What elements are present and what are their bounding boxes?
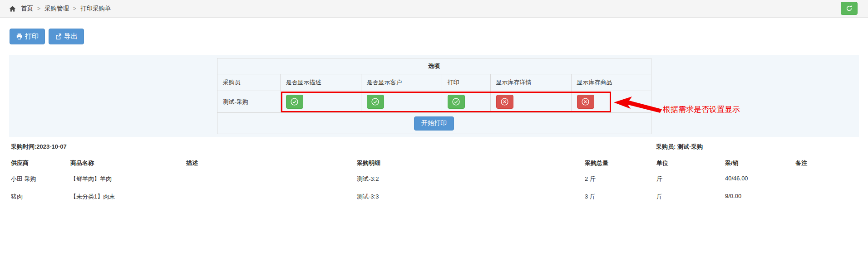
action-toolbar: 打印 导出	[10, 29, 84, 44]
print-button[interactable]: 打印	[10, 29, 45, 44]
check-circle-icon	[452, 97, 460, 106]
export-icon	[55, 33, 62, 40]
refresh-icon	[846, 5, 853, 12]
cell-product-name: 【鲜羊肉】羊肉	[70, 175, 112, 183]
top-bar: 首页 > 采购管理 > 打印采购单	[0, 0, 868, 18]
purchase-time-label: 采购时间:2023-10-07	[11, 143, 67, 151]
breadcrumb-separator: >	[73, 5, 76, 12]
export-button[interactable]: 导出	[49, 29, 84, 44]
printer-icon	[16, 33, 23, 40]
breadcrumb-current-page: 打印采购单	[80, 5, 111, 13]
cell-supplier: 猪肉	[11, 193, 23, 201]
header-supplier: 供应商	[11, 159, 29, 167]
x-circle-icon	[500, 97, 509, 106]
cell-total-quantity: 3 斤	[585, 193, 596, 201]
detail-row: 猪肉 【未分类1】肉末 测试-3:3 3 斤 斤 9/0.00	[0, 193, 868, 201]
print-options-panel: 选项 采购员 是否显示描述 是否显示客户 打印 显示库存详情 显示库存商品 测试…	[9, 55, 859, 137]
options-table-title: 选项	[217, 58, 651, 74]
refresh-button[interactable]	[841, 2, 858, 15]
print-purchase-order-page: 首页 > 采购管理 > 打印采购单 打印 导出	[0, 0, 868, 271]
header-product-name: 商品名称	[70, 159, 94, 167]
cell-supplier: 小田 采购	[11, 175, 36, 183]
check-circle-icon	[371, 97, 380, 106]
breadcrumb-separator: >	[37, 5, 40, 12]
header-buy-sell: 采/销	[725, 159, 739, 167]
cell-product-name: 【未分类1】肉末	[70, 193, 115, 201]
cell-unit: 斤	[656, 193, 662, 201]
detail-header-row: 供应商 商品名称 描述 采购明细 采购总量 单位 采/销 备注	[0, 159, 868, 167]
detail-row: 小田 采购 【鲜羊肉】羊肉 测试-3:2 2 斤 斤 40/46.00	[0, 175, 868, 183]
header-description: 描述	[186, 159, 198, 167]
print-options-table: 选项 采购员 是否显示描述 是否显示客户 打印 显示库存详情 显示库存商品 测试…	[217, 58, 651, 134]
column-header-show-stock-detail: 显示库存详情	[490, 74, 571, 91]
check-circle-icon	[290, 97, 299, 106]
x-circle-icon	[581, 97, 590, 106]
purchase-buyer-label: 采购员: 测试-采购	[656, 143, 703, 151]
header-note: 备注	[795, 159, 807, 167]
cell-total-quantity: 2 斤	[585, 175, 596, 183]
toggle-show-description[interactable]	[286, 95, 303, 109]
breadcrumb: 首页 > 采购管理 > 打印采购单	[9, 5, 111, 13]
column-header-print: 打印	[442, 74, 490, 91]
options-header-row: 采购员 是否显示描述 是否显示客户 打印 显示库存详情 显示库存商品	[217, 74, 651, 91]
toggle-show-stock-product[interactable]	[577, 95, 594, 109]
annotation-text: 根据需求是否设置显示	[663, 104, 740, 115]
breadcrumb-purchase-management[interactable]: 采购管理	[44, 5, 69, 13]
header-purchase-detail: 采购明细	[357, 159, 380, 167]
header-unit: 单位	[656, 159, 668, 167]
buyer-name-cell: 测试-采购	[217, 91, 280, 113]
cell-purchase-detail: 测试-3:2	[357, 175, 379, 183]
cell-buy-sell: 40/46.00	[725, 175, 748, 182]
start-print-button[interactable]: 开始打印	[414, 116, 454, 131]
annotation-arrow-icon	[614, 97, 662, 113]
toggle-show-customer[interactable]	[367, 95, 384, 109]
column-header-show-description: 是否显示描述	[280, 74, 361, 91]
column-header-buyer: 采购员	[217, 74, 280, 91]
column-header-show-stock-product: 显示库存商品	[571, 74, 651, 91]
options-toggle-row: 测试-采购	[217, 91, 651, 113]
cell-unit: 斤	[656, 175, 662, 183]
header-total-quantity: 采购总量	[585, 159, 608, 167]
toggle-show-stock-detail[interactable]	[496, 95, 513, 109]
home-icon	[9, 5, 16, 12]
export-button-label: 导出	[64, 32, 78, 41]
toggle-print[interactable]	[448, 95, 465, 109]
print-button-label: 打印	[25, 32, 39, 41]
column-header-show-customer: 是否显示客户	[361, 74, 442, 91]
start-print-cell: 开始打印	[217, 113, 651, 134]
section-divider	[4, 211, 864, 211]
cell-buy-sell: 9/0.00	[725, 193, 741, 199]
breadcrumb-home[interactable]: 首页	[21, 5, 33, 13]
cell-purchase-detail: 测试-3:3	[357, 193, 379, 201]
